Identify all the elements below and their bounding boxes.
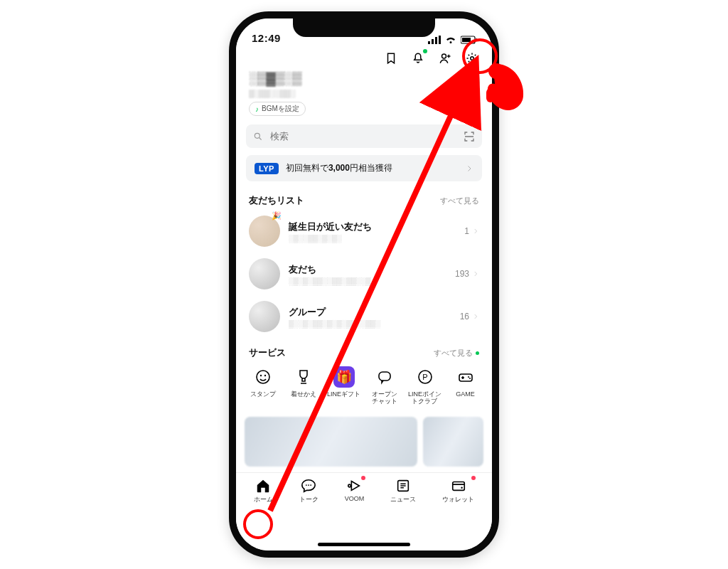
svg-rect-28 [486, 88, 495, 102]
bottom-nav: ホーム トーク VOOM ニュース ウォレット [236, 472, 492, 511]
promo-text: 初回無料で3,000円相当獲得 [286, 162, 392, 174]
svg-rect-24 [453, 482, 465, 490]
list-item-groups[interactable]: グループ ▒░░▒░▒▒░▒░▒░▒▒░░▒▒░ 16 [236, 295, 492, 338]
services-header: サービス すべて見る [236, 338, 492, 362]
chat-bubble-icon [374, 366, 395, 388]
smiley-icon [252, 366, 274, 388]
row-count: 1 [464, 226, 469, 236]
talk-icon [301, 478, 316, 494]
qr-scan-icon[interactable] [464, 131, 475, 142]
lyp-badge: LYP [255, 163, 279, 174]
annotation-circle-home [243, 509, 273, 539]
row-subtitle: ░▒░░▒▒░▒░▒░ [289, 235, 456, 243]
row-title: 友だち [289, 263, 446, 276]
green-dot-icon [476, 351, 479, 355]
svg-point-7 [442, 54, 446, 58]
notification-dot-icon [423, 49, 427, 53]
gift-icon: 🎁 [333, 366, 355, 388]
brush-icon [293, 366, 314, 388]
svg-point-20 [308, 484, 309, 486]
service-game[interactable]: GAME [446, 366, 485, 405]
list-item-friends[interactable]: 友だち ░▒░▒░▒▒░░▒▒░▒▒░░▒ 193 [236, 252, 492, 295]
status-bar: 12:49 [236, 18, 492, 47]
svg-point-17 [468, 376, 469, 378]
chevron-right-icon [472, 270, 479, 277]
notification-dot-icon [471, 476, 476, 480]
service-label: LINEギフト [327, 390, 360, 398]
point-p-icon: P [414, 366, 436, 388]
svg-point-19 [306, 484, 307, 486]
music-note-icon: ♪ [255, 105, 259, 113]
party-hat-icon: 🎉 [272, 211, 282, 220]
phone-frame: 12:49 [229, 11, 499, 558]
svg-rect-3 [439, 36, 441, 44]
list-item-birthday[interactable]: 🎉 誕生日が近い友だち ░▒░░▒▒░▒░▒░ 1 [236, 210, 492, 252]
services-title: サービス [249, 346, 286, 359]
banner-card[interactable] [245, 417, 417, 467]
notification-dot-icon [361, 476, 365, 480]
row-count: 16 [460, 312, 469, 321]
service-gift[interactable]: 🎁 LINEギフト [324, 366, 363, 405]
avatar [249, 258, 280, 289]
home-icon [255, 478, 271, 494]
svg-rect-13 [379, 372, 390, 381]
svg-rect-0 [428, 41, 430, 44]
wifi-icon [445, 36, 456, 44]
service-pointclub[interactable]: P LINEポイン トクラブ [405, 366, 444, 405]
tab-label: ウォレット [442, 495, 474, 504]
profile-avatar[interactable] [459, 71, 479, 91]
bell-icon[interactable] [411, 51, 425, 65]
service-stamp[interactable]: スタンプ [243, 366, 282, 405]
wallet-icon [451, 478, 466, 494]
svg-point-11 [259, 375, 261, 376]
tab-talk[interactable]: トーク [296, 476, 321, 506]
tab-wallet[interactable]: ウォレット [439, 476, 477, 506]
tab-home[interactable]: ホーム [251, 476, 276, 506]
service-openchat[interactable]: オープン チャット [365, 366, 404, 405]
news-icon [395, 478, 411, 494]
service-kisekae[interactable]: 着せかえ [284, 366, 323, 405]
annotation-hand-icon [482, 57, 532, 114]
services-grid: スタンプ 着せかえ 🎁 LINEギフト オープン チャット P LINEポイン … [236, 362, 492, 411]
service-label: 着せかえ [291, 390, 316, 398]
service-label: GAME [456, 390, 475, 398]
search-icon [253, 132, 263, 142]
phone-screen: 12:49 [236, 18, 492, 551]
tab-voom[interactable]: VOOM [342, 476, 368, 504]
tab-label: VOOM [345, 495, 365, 502]
service-label: オープン チャット [372, 390, 397, 405]
tab-news[interactable]: ニュース [387, 476, 419, 506]
lyp-promo-banner[interactable]: LYP 初回無料で3,000円相当獲得 [246, 155, 482, 181]
avatar: 🎉 [249, 216, 280, 247]
bgm-chip[interactable]: ♪ BGMを設定 [249, 102, 306, 116]
banner-card[interactable] [423, 417, 483, 467]
avatar [249, 301, 280, 332]
svg-point-21 [310, 484, 311, 486]
services-see-all[interactable]: すべて見る [434, 348, 479, 358]
bookmark-icon[interactable] [384, 51, 398, 65]
svg-rect-16 [459, 374, 472, 381]
search-input[interactable] [269, 130, 458, 142]
svg-point-22 [348, 484, 351, 487]
svg-text:P: P [422, 373, 427, 381]
tab-label: トーク [299, 495, 318, 504]
gamepad-icon [455, 366, 476, 388]
profile-row[interactable]: ░▒▓▒░▒ ▒░▒▒░░▒▒░ ♪ BGMを設定 [236, 67, 492, 120]
profile-name: ░▒▓▒░▒ [249, 71, 306, 86]
svg-rect-1 [432, 39, 434, 44]
tab-label: ホーム [254, 495, 273, 504]
service-label: スタンプ [250, 390, 276, 398]
add-friend-icon[interactable] [438, 51, 452, 65]
friends-see-all[interactable]: すべて見る [440, 196, 479, 206]
friends-list-header: 友だちリスト すべて見る [236, 186, 492, 210]
svg-point-9 [255, 133, 259, 138]
chevron-right-icon [472, 228, 479, 235]
promo-carousel[interactable] [236, 411, 492, 472]
chevron-right-icon [465, 164, 473, 173]
search-bar[interactable] [246, 124, 482, 148]
friends-title: 友だちリスト [249, 194, 304, 207]
signal-icon [428, 36, 441, 44]
voom-icon [346, 478, 362, 494]
svg-rect-2 [435, 37, 437, 44]
tab-label: ニュース [390, 495, 416, 504]
